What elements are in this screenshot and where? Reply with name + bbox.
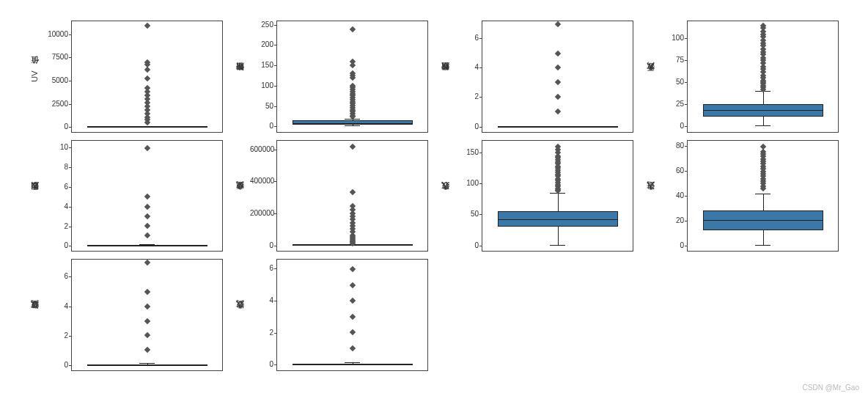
y-ticks: 0255075100 — [661, 21, 685, 133]
tick-label: 10 — [45, 144, 68, 151]
median-line — [87, 126, 207, 127]
boxplot-cell: 在线人数050100150 — [440, 140, 633, 252]
tick-label: 250 — [250, 21, 273, 29]
tick-label: 80 — [661, 142, 684, 150]
watermark: CSDN @Mr_Gao — [803, 384, 859, 392]
tick-label: 20 — [661, 217, 684, 224]
outlier-marker — [144, 260, 150, 265]
y-axis-label: 成交人数 — [235, 259, 246, 371]
tick-label: 10000 — [45, 31, 68, 38]
plot-panel — [71, 21, 223, 133]
boxplot-cell: 进入人数020406080 — [645, 140, 839, 252]
outlier-marker — [349, 26, 355, 32]
outlier-marker — [144, 223, 150, 229]
y-axis-label: UV价值 — [29, 21, 40, 133]
boxplot-grid: UV价值025005000750010000新增评论数0501001502002… — [0, 0, 868, 396]
y-ticks: 020406080 — [661, 140, 685, 252]
median-line — [498, 219, 618, 220]
outlier-marker — [349, 266, 355, 272]
whisker-cap-upper — [755, 194, 770, 194]
boxplot-cell: 成交订单数0246 — [29, 259, 223, 371]
tick-label: 50 — [661, 78, 684, 86]
boxplot-cell: 成交金额0200000400000600000 — [235, 140, 428, 252]
tick-label: 400000 — [250, 177, 273, 185]
tick-label: 0 — [661, 122, 684, 130]
tick-label: 2 — [45, 332, 68, 340]
outlier-marker — [144, 194, 150, 199]
tick-label: 2 — [250, 329, 273, 337]
outlier-marker — [144, 347, 150, 353]
tick-label: 0 — [455, 242, 479, 249]
outlier-marker — [349, 144, 355, 150]
outlier-marker — [349, 188, 355, 194]
outlier-marker — [349, 282, 355, 288]
y-axis-label: 新加团人数 — [29, 140, 40, 252]
tick-label: 200 — [250, 41, 273, 48]
y-ticks: 0246810 — [45, 140, 70, 252]
tick-label: 2500 — [45, 100, 68, 108]
outlier-marker — [349, 345, 355, 351]
tick-label: 100 — [661, 34, 684, 42]
boxplot-cell: 新加团人数0246810 — [29, 140, 223, 252]
plot-panel — [276, 21, 428, 133]
plot-panel — [482, 21, 633, 133]
y-axis-label: 进入人数 — [645, 140, 656, 252]
y-ticks: 050100150 — [455, 140, 480, 252]
outlier-marker — [554, 79, 560, 85]
tick-label: 60 — [661, 167, 684, 175]
outlier-marker — [144, 318, 150, 323]
plot-area: 0200000400000600000 — [250, 140, 428, 252]
y-axis-label: 离开人数 — [645, 21, 656, 133]
y-ticks: 050100150200250 — [250, 21, 275, 133]
whisker-cap-lower — [755, 245, 770, 246]
outlier-marker — [349, 298, 355, 304]
tick-label: 4 — [45, 203, 68, 210]
boxplot-cell: 离开人数0255075100 — [645, 21, 839, 133]
tick-label: 2 — [455, 93, 479, 100]
whisker-upper — [558, 193, 559, 211]
outlier-marker — [144, 67, 150, 73]
median-line — [293, 364, 413, 364]
tick-label: 6 — [455, 34, 479, 42]
outlier-marker — [144, 332, 150, 338]
outlier-marker — [144, 203, 150, 209]
y-axis-label: 成交订单数 — [29, 259, 40, 371]
median-line — [293, 123, 413, 124]
tick-label: 0 — [250, 122, 273, 130]
tick-label: 600000 — [250, 146, 273, 153]
plot-area: 0246 — [45, 259, 223, 371]
plot-panel — [276, 140, 428, 252]
outlier-marker — [554, 109, 560, 114]
tick-label: 100 — [250, 82, 273, 89]
plot-panel — [71, 140, 223, 252]
tick-label: 0 — [250, 361, 273, 368]
outlier-marker — [144, 76, 150, 81]
tick-label: 25 — [661, 100, 684, 108]
plot-panel — [482, 140, 633, 252]
median-line — [87, 364, 207, 365]
outlier-marker — [144, 304, 150, 309]
y-axis-label: 新增粉丝数 — [440, 21, 451, 133]
plot-area: 0255075100 — [661, 21, 839, 133]
plot-area: 0246 — [455, 21, 633, 133]
whisker-cap-upper — [139, 363, 155, 364]
whisker-lower — [763, 230, 764, 245]
whisker-cap-lower — [345, 125, 360, 126]
median-line — [498, 126, 618, 127]
whisker-upper — [763, 194, 764, 210]
tick-label: 4 — [250, 297, 273, 304]
tick-label: 200000 — [250, 210, 273, 217]
tick-label: 2 — [45, 223, 68, 230]
outlier-marker — [554, 65, 560, 70]
tick-label: 50 — [250, 103, 273, 110]
median-line — [703, 220, 823, 221]
boxplot-cell: 新增评论数050100150200250 — [235, 21, 428, 133]
outlier-marker — [144, 23, 150, 29]
tick-label: 0 — [455, 123, 479, 131]
plot-panel — [687, 21, 839, 133]
y-ticks: 0246 — [250, 259, 275, 371]
boxplot-cell: UV价值025005000750010000 — [29, 21, 223, 133]
tick-label: 0 — [45, 123, 68, 131]
outlier-marker — [144, 213, 150, 219]
plot-panel — [71, 259, 223, 371]
